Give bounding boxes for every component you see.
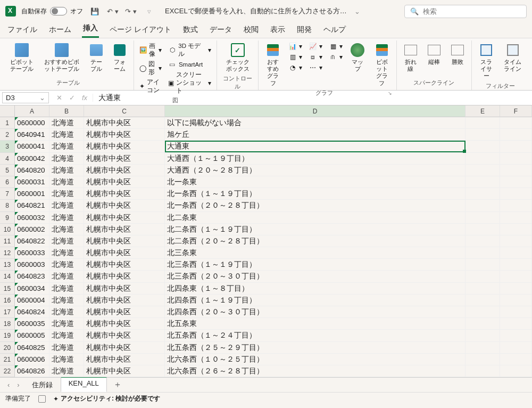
cell[interactable]: 北五条東 — [165, 318, 466, 330]
row-header[interactable]: 9 — [0, 212, 15, 224]
row-header[interactable]: 13 — [0, 259, 15, 271]
cell[interactable] — [500, 283, 532, 295]
cell[interactable] — [466, 188, 500, 200]
box-chart-button[interactable]: ⧈▾ — [307, 52, 323, 62]
cell[interactable]: 0640826 — [15, 365, 49, 377]
tab-挿入[interactable]: 挿入 — [82, 21, 99, 38]
cell[interactable]: 札幌市中央区 — [84, 235, 165, 247]
cell[interactable]: 札幌市中央区 — [84, 247, 165, 259]
cell[interactable] — [500, 200, 532, 211]
enter-formula-button[interactable]: ✓ — [67, 94, 77, 102]
row-header[interactable]: 8 — [0, 200, 15, 211]
cell[interactable]: 北海道 — [49, 200, 84, 211]
row-header[interactable]: 14 — [0, 271, 15, 282]
cell[interactable] — [466, 259, 500, 271]
cell[interactable]: 北一条西（１～１９丁目） — [165, 188, 466, 200]
cell[interactable]: 北海道 — [49, 235, 84, 247]
combo-chart-button[interactable]: ⫙▾ — [328, 52, 344, 62]
cell[interactable]: 札幌市中央区 — [84, 117, 165, 129]
cell[interactable]: 北五条西（１～２４丁目） — [165, 330, 466, 341]
cell[interactable]: 0600031 — [15, 176, 49, 188]
column-header-D[interactable]: D — [165, 105, 466, 117]
cell[interactable]: 札幌市中央区 — [84, 153, 165, 165]
cell[interactable]: 0640941 — [15, 129, 49, 141]
shapes-button[interactable]: ◯図形 ▾ — [138, 60, 163, 77]
cell[interactable] — [500, 176, 532, 188]
cell[interactable] — [466, 235, 500, 247]
cell[interactable]: 札幌市中央区 — [84, 141, 165, 152]
cell[interactable]: 0600034 — [15, 283, 49, 295]
cell[interactable] — [466, 342, 500, 354]
cell[interactable]: 北海道 — [49, 342, 84, 354]
cell[interactable]: 札幌市中央区 — [84, 342, 165, 354]
cell[interactable] — [500, 295, 532, 306]
sparkline-winloss-button[interactable]: 勝敗 — [448, 42, 467, 67]
cell[interactable] — [466, 283, 500, 295]
table-button[interactable]: テーブル — [87, 42, 106, 74]
cell[interactable]: 札幌市中央区 — [84, 295, 165, 306]
sheet-nav-prev[interactable]: ‹ — [4, 381, 13, 389]
macro-record-icon[interactable] — [38, 395, 46, 403]
cell[interactable]: 北二条西（１～１９丁目） — [165, 224, 466, 235]
row-header[interactable]: 17 — [0, 306, 15, 318]
cell[interactable] — [500, 318, 532, 330]
sheet-tab-住所録[interactable]: 住所録 — [24, 378, 61, 392]
cell[interactable]: 0600001 — [15, 188, 49, 200]
tab-データ[interactable]: データ — [209, 23, 233, 38]
map-button[interactable]: マップ — [348, 42, 367, 74]
tab-ホーム[interactable]: ホーム — [48, 23, 72, 38]
cell[interactable]: 北海道 — [49, 176, 84, 188]
row-header[interactable]: 12 — [0, 247, 15, 259]
cell[interactable] — [466, 212, 500, 224]
cell[interactable]: 北海道 — [49, 259, 84, 271]
cell[interactable] — [500, 129, 532, 141]
cell[interactable] — [466, 306, 500, 318]
row-header[interactable]: 6 — [0, 176, 15, 188]
cell[interactable]: 北六条西（１０～２５丁目） — [165, 354, 466, 365]
tab-ヘルプ[interactable]: ヘルプ — [322, 23, 347, 38]
cell[interactable]: 札幌市中央区 — [84, 306, 165, 318]
cell[interactable]: 0600005 — [15, 330, 49, 341]
save-button[interactable]: 💾 — [88, 5, 101, 18]
cell[interactable]: 0600000 — [15, 117, 49, 129]
pie-chart-button[interactable]: ◔▾ — [287, 63, 303, 72]
cell[interactable]: 旭ケ丘 — [165, 129, 466, 141]
recommended-charts-button[interactable]: おすすめグラフ — [263, 42, 284, 88]
cell[interactable]: 北海道 — [49, 318, 84, 330]
cell[interactable]: 北海道 — [49, 271, 84, 282]
cell[interactable]: 大通西（２０～２８丁目） — [165, 165, 466, 176]
cell[interactable] — [466, 117, 500, 129]
cell[interactable] — [500, 224, 532, 235]
cell[interactable]: 0640821 — [15, 200, 49, 211]
cell[interactable]: 北海道 — [49, 141, 84, 152]
cell[interactable]: 0640825 — [15, 342, 49, 354]
cell[interactable]: 札幌市中央区 — [84, 212, 165, 224]
undo-button[interactable]: ↶ ▾ — [106, 5, 119, 18]
treemap-button[interactable]: ▦▾ — [328, 42, 344, 51]
row-header[interactable]: 22 — [0, 365, 15, 377]
column-header-F[interactable]: F — [500, 105, 532, 117]
row-header[interactable]: 3 — [0, 141, 15, 152]
cell[interactable]: 北海道 — [49, 212, 84, 224]
cell[interactable]: 北一条西（２０～２８丁目） — [165, 200, 466, 211]
formula-input[interactable]: 大通東 — [93, 92, 532, 104]
cell[interactable] — [500, 188, 532, 200]
cell[interactable] — [500, 259, 532, 271]
cell[interactable]: 0640824 — [15, 306, 49, 318]
pivot-table-button[interactable]: ピボットテーブル — [7, 42, 37, 74]
cell[interactable]: 北海道 — [49, 165, 84, 176]
timeline-button[interactable]: タイムライン — [501, 42, 525, 74]
column-header-E[interactable]: E — [466, 105, 500, 117]
column-headers[interactable]: ABCDEF — [15, 105, 532, 117]
cell[interactable] — [500, 141, 532, 152]
column-header-A[interactable]: A — [15, 105, 49, 117]
qat-customize[interactable]: ▿ — [143, 5, 155, 18]
sheet-tab-KEN_ALL[interactable]: KEN_ALL — [61, 377, 107, 392]
cell[interactable] — [500, 354, 532, 365]
cell[interactable] — [500, 153, 532, 165]
cell[interactable] — [500, 212, 532, 224]
cell[interactable] — [466, 354, 500, 365]
pivotchart-button[interactable]: ピボットグラフ — [371, 42, 392, 88]
cell[interactable] — [466, 365, 500, 377]
cell[interactable]: 札幌市中央区 — [84, 200, 165, 211]
